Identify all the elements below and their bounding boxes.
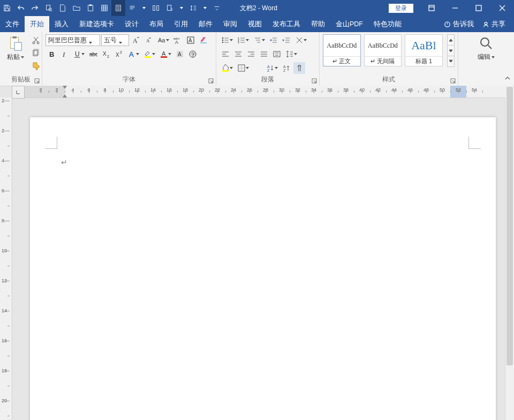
redo-button[interactable] [28, 0, 42, 16]
tab-view[interactable]: 视图 [243, 16, 267, 32]
enclose-characters-button[interactable]: 字 [187, 48, 199, 60]
styles-up-button[interactable] [447, 34, 455, 46]
table-button[interactable] [97, 0, 111, 16]
tab-newtab[interactable]: 新建选项卡 [74, 16, 119, 32]
line-spacing-button[interactable] [284, 48, 299, 60]
sort-asc-button[interactable]: AZ [281, 62, 292, 74]
italic-button[interactable]: I [58, 48, 70, 60]
qat-more2-dropdown[interactable] [177, 0, 186, 16]
character-shading-button[interactable]: A [174, 48, 186, 60]
styles-launcher[interactable] [450, 78, 456, 84]
align-center-button[interactable] [232, 48, 244, 60]
share-button[interactable]: 共享 [478, 20, 510, 29]
paste-split-button[interactable]: 粘贴 [3, 34, 28, 63]
font-size-combo[interactable]: 五号 [101, 34, 129, 46]
tab-layout[interactable]: 布局 [144, 16, 169, 32]
shading-button[interactable] [220, 62, 235, 74]
clipboard-launcher[interactable] [34, 78, 40, 84]
maximize-button[interactable] [467, 0, 490, 16]
asian-layout-button[interactable] [293, 34, 308, 46]
tab-help[interactable]: 帮助 [306, 16, 330, 32]
highlight-button[interactable] [142, 48, 157, 60]
horizontal-ruler[interactable]: 2246810121416182022242628303234363840424… [25, 86, 505, 98]
show-marks-button[interactable] [293, 62, 305, 74]
bullets-button[interactable] [220, 34, 235, 46]
hanging-indent[interactable] [63, 94, 67, 98]
styles-more-button[interactable] [447, 56, 455, 67]
pinyin-guide-button[interactable]: wénA [172, 34, 184, 46]
tab-file[interactable]: 文件 [0, 16, 25, 32]
page[interactable]: ↵ [30, 117, 496, 420]
tab-home[interactable]: 开始 [25, 16, 49, 32]
bold-button[interactable]: B [46, 48, 57, 60]
copy-button[interactable] [30, 47, 42, 59]
change-case-button[interactable]: Aa [156, 34, 171, 46]
tab-mail[interactable]: 邮件 [193, 16, 218, 32]
vertical-ruler[interactable]: 2246810121416182022 [0, 98, 12, 420]
tab-devtools[interactable]: 发布工具 [267, 16, 306, 32]
format-painter-button[interactable] [30, 60, 42, 72]
font-name-combo[interactable]: 阿里巴巴普惠 [46, 34, 100, 46]
tab-review[interactable]: 审阅 [218, 16, 243, 32]
tab-selector[interactable] [12, 86, 25, 99]
tell-me-button[interactable]: 告诉我 [440, 20, 478, 29]
font-launcher[interactable] [208, 78, 214, 84]
scroll-thumb[interactable] [507, 87, 513, 365]
tab-insert[interactable]: 插入 [49, 16, 74, 32]
spacing-button[interactable] [186, 0, 200, 16]
tab-features[interactable]: 特色功能 [368, 16, 407, 32]
sort-button[interactable]: AZ [264, 62, 279, 74]
document-area[interactable]: ↵ [12, 110, 514, 420]
paragraph-launcher[interactable] [312, 78, 317, 84]
paste-special-button[interactable] [163, 0, 177, 16]
open-button[interactable] [70, 0, 84, 16]
numbering-button[interactable]: 123 [236, 34, 251, 46]
ribbon-display-button[interactable] [420, 0, 443, 16]
underline-button[interactable]: U [71, 48, 86, 60]
clear-formatting-button[interactable] [198, 34, 209, 46]
justify-button[interactable] [258, 48, 270, 60]
decrease-indent-button[interactable] [268, 34, 279, 46]
text-effects-button[interactable]: A [126, 48, 141, 60]
shrink-font-button[interactable]: A [143, 34, 155, 46]
paste-button[interactable] [84, 0, 97, 16]
tab-jspdf[interactable]: 金山PDF [330, 16, 368, 32]
strikethrough-button[interactable]: abc [87, 48, 99, 60]
borders-button[interactable] [236, 62, 251, 74]
close-button[interactable] [490, 0, 514, 16]
vertical-scrollbar[interactable] [505, 86, 514, 420]
grow-font-button[interactable]: A [130, 34, 142, 46]
increase-indent-button[interactable] [281, 34, 292, 46]
save-button[interactable] [0, 0, 14, 16]
distributed-button[interactable] [271, 48, 283, 60]
style-item-1[interactable]: AaBbCcDd↵ 无间隔 [364, 34, 402, 66]
svg-text:X: X [103, 51, 107, 57]
login-button[interactable]: 登录 [389, 4, 413, 13]
new-doc-button[interactable] [56, 0, 70, 16]
paragraph-marks-button[interactable] [125, 0, 139, 16]
print-preview-button[interactable] [42, 0, 56, 16]
subscript-button[interactable]: X2 [100, 48, 112, 60]
font-color-button[interactable]: A [158, 48, 173, 60]
character-border-button[interactable]: A [185, 34, 196, 46]
superscript-button[interactable]: X2 [113, 48, 125, 60]
style-item-2[interactable]: AaBl标题 1 [405, 34, 443, 66]
find-button[interactable]: 编辑 [474, 34, 498, 63]
qat-more3-dropdown[interactable] [200, 0, 210, 16]
undo-button[interactable] [14, 0, 28, 16]
tab-design[interactable]: 设计 [119, 16, 144, 32]
collapse-ribbon-button[interactable] [504, 76, 511, 84]
columns-button[interactable] [149, 0, 163, 16]
multilevel-list-button[interactable] [252, 34, 267, 46]
qat-customize-dropdown[interactable] [210, 0, 224, 16]
minimize-button[interactable] [443, 0, 467, 16]
tab-references[interactable]: 引用 [169, 16, 193, 32]
style-item-0[interactable]: AaBbCcDd↵ 正文 [323, 34, 361, 66]
first-line-indent[interactable] [63, 86, 67, 89]
qat-more-dropdown[interactable] [139, 0, 149, 16]
reading-view-button[interactable] [111, 0, 125, 16]
align-left-button[interactable] [220, 48, 231, 60]
cut-button[interactable] [30, 34, 42, 46]
align-right-button[interactable] [245, 48, 257, 60]
styles-down-button[interactable] [447, 45, 455, 56]
